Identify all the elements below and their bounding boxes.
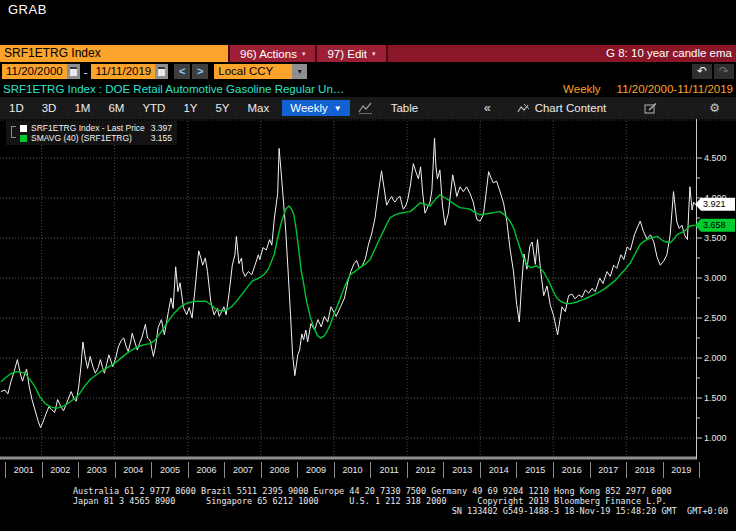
range-tab-5y[interactable]: 5Y — [206, 102, 238, 114]
calendar-icon[interactable] — [155, 64, 168, 79]
x-axis-year: 2003 — [78, 462, 115, 478]
price-chart[interactable]: 1.0001.5002.0002.5003.0003.5004.0004.500… — [0, 119, 736, 462]
footer-contact-line: Australia 61 2 9777 8600 Brazil 5511 239… — [0, 486, 736, 496]
chart-legend-rows: SRF1ETRG Index - Last Price3.397SMAVG (4… — [20, 123, 172, 143]
security-description: SRF1ETRG Index : DOE Retail Automotive G… — [0, 83, 344, 95]
x-axis-year: 2019 — [663, 462, 701, 478]
series-swatch-icon — [20, 135, 27, 142]
chart-tools: « Chart Content ⚙ — [472, 101, 736, 115]
x-axis-year: 2016 — [553, 462, 590, 478]
chevron-down-icon: ▾ — [302, 50, 306, 58]
x-axis-year: 2018 — [626, 462, 663, 478]
y-axis-tick-label: 3.500 — [704, 233, 727, 243]
calendar-icon[interactable] — [67, 64, 80, 79]
series-swatch-icon — [20, 125, 27, 132]
chevron-down-icon: ▾ — [372, 50, 376, 58]
y-axis-tick-label: 2.000 — [704, 353, 727, 363]
range-tab-1y[interactable]: 1Y — [174, 102, 206, 114]
terminal-screen: GRAB SRF1ETRG Index 96) Actions ▾ 97) Ed… — [0, 0, 736, 531]
x-axis: 2001200220032004200520062007200820092010… — [5, 462, 700, 478]
date-range-dash: - — [80, 66, 92, 78]
range-tab-ytd[interactable]: YTD — [133, 102, 174, 114]
actions-button-label: 96) Actions — [240, 48, 297, 60]
chevron-down-icon[interactable]: ▼ — [292, 64, 307, 79]
footer: Australia 61 2 9777 8600 Brazil 5511 239… — [0, 486, 736, 516]
x-axis-year: 2017 — [590, 462, 627, 478]
table-view-button[interactable]: Table — [381, 102, 429, 114]
date-bar: 11/20/2000 - 11/11/2019 < > Local CCY ▼ … — [2, 63, 734, 80]
undo-icon[interactable]: ↶ — [692, 64, 712, 79]
redo-icon[interactable]: ↷ — [714, 64, 734, 79]
x-axis-year: 2001 — [5, 462, 42, 478]
x-axis-year: 2010 — [334, 462, 371, 478]
chevron-down-icon: ▼ — [334, 104, 342, 113]
x-axis-year: 2006 — [188, 462, 225, 478]
y-axis-tick-label: 1.500 — [704, 393, 727, 403]
period-dropdown-label: Weekly — [290, 102, 328, 114]
edit-button-label: 97) Edit — [327, 48, 367, 60]
x-axis-year: 2014 — [480, 462, 517, 478]
range-tab-max[interactable]: Max — [239, 102, 279, 114]
footer-session-line: SN 133402 G549-1488-3 18-Nov-19 15:48:20… — [0, 506, 736, 516]
x-axis-year: 2007 — [224, 462, 261, 478]
legend-value: 3.155 — [151, 133, 172, 143]
range-tab-1d[interactable]: 1D — [0, 102, 33, 114]
legend-label: SMAVG (40) (SRF1ETRG) — [31, 133, 132, 143]
x-axis-year: 2009 — [297, 462, 334, 478]
y-axis-tick-label: 1.000 — [704, 433, 727, 443]
y-axis-tick-label: 3.000 — [704, 273, 727, 283]
footer-copyright-line: Japan 81 3 4565 8900 Singapore 65 6212 1… — [0, 496, 736, 506]
x-axis-year: 2013 — [443, 462, 480, 478]
x-axis-year: 2002 — [42, 462, 79, 478]
legend-item[interactable]: SRF1ETRG Index - Last Price3.397 — [20, 123, 172, 133]
collapse-panel-icon[interactable]: « — [472, 101, 503, 115]
legend-value: 3.397 — [151, 123, 172, 133]
y-axis-tick-label: 4.500 — [704, 153, 727, 163]
currency-select[interactable]: Local CCY — [214, 64, 292, 79]
series-line-1 — [1, 195, 695, 409]
line-chart-icon[interactable] — [358, 102, 373, 114]
command-bar: SRF1ETRG Index 96) Actions ▾ 97) Edit ▾ … — [0, 45, 736, 62]
x-axis-year: 2008 — [261, 462, 298, 478]
x-axis-year: 2011 — [370, 462, 407, 478]
period-dropdown[interactable]: Weekly ▼ — [282, 100, 349, 116]
series-line-0 — [1, 138, 695, 428]
chart-legend: SRF1ETRG Index - Last Price3.397SMAVG (4… — [6, 121, 177, 145]
legend-item[interactable]: SMAVG (40) (SRF1ETRG)3.155 — [20, 133, 172, 143]
range-tab-3d[interactable]: 3D — [33, 102, 66, 114]
x-axis-year: 2012 — [407, 462, 444, 478]
chart-title-bar: SRF1ETRG Index : DOE Retail Automotive G… — [0, 81, 736, 97]
prev-period-button[interactable]: < — [174, 64, 190, 79]
date-range-label: 11/20/2000-11/11/2019 — [617, 83, 736, 95]
range-tab-bar: 1D3D1M6MYTD1Y5YMax Weekly ▼ Table « Char… — [0, 97, 736, 119]
window-title: GRAB — [8, 2, 47, 17]
actions-button[interactable]: 96) Actions ▾ — [228, 45, 315, 62]
range-tab-6m[interactable]: 6M — [99, 102, 133, 114]
price-tag-label: 3.921 — [703, 199, 726, 209]
x-axis-year: 2015 — [516, 462, 553, 478]
chart-content-button[interactable]: Chart Content — [503, 102, 621, 114]
next-period-button[interactable]: > — [192, 64, 208, 79]
range-tab-1m[interactable]: 1M — [65, 102, 99, 114]
function-title: G 8: 10 year candle ema — [386, 45, 736, 62]
range-tabs: 1D3D1M6MYTD1Y5YMax — [0, 102, 278, 114]
date-from-input[interactable]: 11/20/2000 — [2, 64, 67, 79]
edit-button[interactable]: 97) Edit ▾ — [315, 45, 385, 62]
periodicity-label: Weekly — [563, 83, 601, 95]
x-axis-year: 2005 — [151, 462, 188, 478]
security-input[interactable]: SRF1ETRG Index — [0, 45, 228, 62]
gear-icon[interactable]: ⚙ — [681, 101, 720, 115]
x-axis-year: 2004 — [115, 462, 152, 478]
chart-annotate-icon — [517, 103, 530, 114]
price-tag-label: 3.658 — [703, 220, 726, 230]
date-to-input[interactable]: 11/11/2019 — [91, 64, 155, 79]
legend-tree-icon — [11, 126, 17, 138]
chart-content-label: Chart Content — [535, 102, 607, 114]
notes-icon[interactable] — [620, 103, 681, 114]
legend-label: SRF1ETRG Index - Last Price — [31, 123, 145, 133]
y-axis-tick-label: 2.500 — [704, 313, 727, 323]
